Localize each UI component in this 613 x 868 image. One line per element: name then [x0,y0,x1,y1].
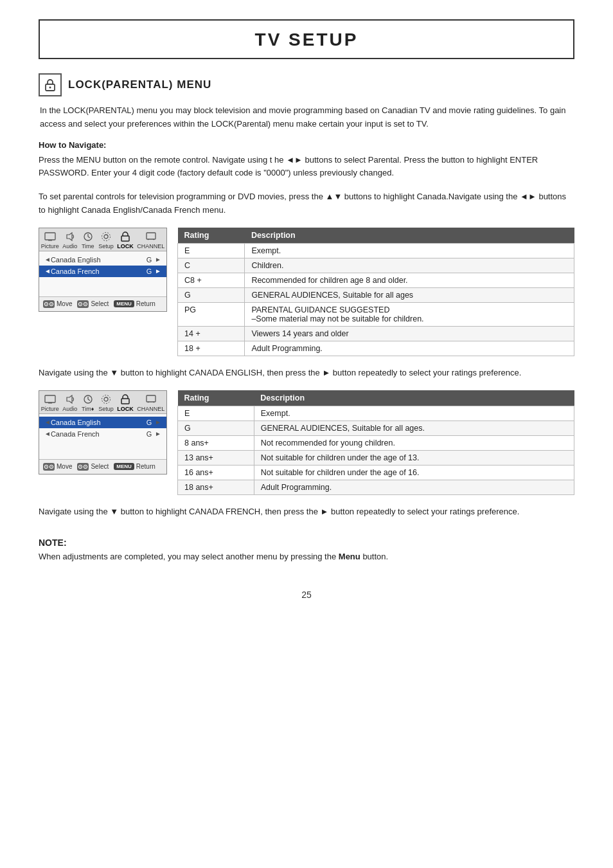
svg-rect-3 [48,240,52,241]
intro-text: In the LOCK(PARENTAL) menu you may block… [39,104,574,131]
footer-return-1: MENU Return [114,300,155,307]
tv-menu-footer-2: ⊙⊙ Move ⊙⊙ Select MENU Return [39,459,166,474]
footer-select-1: ⊙⊙ Select [77,300,109,308]
icon2-setup: Setup [98,393,114,412]
note-section: NOTE: When adjustments are completed, yo… [39,538,574,564]
page: TV SETUP LOCK(PARENTAL) MENU In the LOCK… [0,0,613,868]
svg-point-20 [104,397,108,401]
footer-move-2: ⊙⊙ Move [43,463,72,471]
svg-rect-14 [45,395,55,402]
table2-cell-description: Adult Programming. [254,480,574,494]
menu2-row-canada-english: ◄ Canada English G ► [39,417,166,428]
table1-header-rating: Rating [178,228,245,244]
tv-menu-rows-2: ◄ Canada English G ► ◄ Canada French G ► [39,414,166,440]
table2-cell-description: Exempt. [254,406,574,420]
lock-icon-box [39,73,62,96]
table2-cell-rating: 18 ans+ [178,480,254,494]
table2-cell-rating: G [178,420,254,435]
table1-cell-description: GENERAL AUDIENCES, Suitable for all ages [245,287,574,302]
svg-rect-23 [147,395,155,402]
icon2-time: Tim♦ [81,393,95,412]
tv-menu-2: Picture Audio Tim♦ [39,390,167,475]
icon-channel: CHANNEL [137,231,164,249]
icon2-lock: LOCK [117,393,134,412]
table2-cell-rating: E [178,406,254,420]
rating-table-2: Rating Description EExempt.GGENERAL AUDI… [177,390,574,495]
section-title: LOCK(PARENTAL) MENU [68,78,211,91]
table2-header-description: Description [254,390,574,406]
navigate-text-2: Navigate using the ▼ button to highlight… [39,505,574,519]
table1-cell-rating: PG [178,302,245,326]
table1-cell-rating: 18 + [178,341,245,356]
page-title: TV SETUP [255,30,359,50]
icon2-audio: Audio [62,393,77,412]
icon-picture: Picture [41,231,59,249]
icon-lock: LOCK [117,231,134,249]
icon2-picture: Picture [41,393,59,412]
page-number: 25 [39,590,574,600]
table1-cell-rating: 14 + [178,326,245,341]
svg-line-19 [88,399,90,401]
nav-text1: Press the MENU button on the remote cont… [39,154,574,181]
rating-table-1: Rating Description EExempt.CChildren.C8 … [177,228,574,356]
icon-time: Time [81,231,95,249]
table1-cell-description: Recommended for children age 8 and older… [245,273,574,287]
svg-rect-2 [45,233,55,240]
tv-menu-icons-1: Picture Audio Time [39,228,166,251]
table2-cell-rating: 8 ans+ [178,435,254,450]
table2-header-rating: Rating [178,390,254,406]
footer-select-2: ⊙⊙ Select [77,463,109,471]
svg-point-1 [49,87,51,89]
icon-setup: Setup [98,231,114,249]
table2-cell-description: GENERAL AUDIENCES, Suitable for all ages… [254,420,574,435]
content-row-1: Picture Audio Time [39,228,574,356]
icon-audio: Audio [62,231,77,249]
svg-rect-11 [147,233,155,239]
navigate-text-1: Navigate using the ▼ button to highlight… [39,366,574,380]
table1-cell-rating: C [178,258,245,273]
footer-return-2: MENU Return [114,463,155,470]
svg-marker-16 [67,395,72,403]
svg-rect-15 [48,402,52,404]
table1-cell-description: PARENTAL GUIDANCE SUGGESTED –Some materi… [245,302,574,326]
note-title: NOTE: [39,538,574,548]
icon2-channel: CHANNEL [137,393,164,412]
menu1-row-canada-french: ◄ Canada French G ► [39,266,166,277]
table1-cell-description: Viewers 14 years and older [245,326,574,341]
menu2-row-canada-french: ◄ Canada French G ► [39,428,166,440]
svg-point-21 [102,395,111,403]
table2-cell-rating: 16 ans+ [178,465,254,480]
svg-rect-10 [121,236,129,241]
table1-cell-rating: C8 + [178,273,245,287]
menu1-row-canada-english: ◄ Canada English G ► [39,254,166,266]
footer-move-1: ⊙⊙ Move [43,300,72,308]
svg-rect-22 [121,399,129,404]
tv-menu-rows-1: ◄ Canada English G ► ◄ Canada French G ► [39,251,166,277]
table1-cell-description: Adult Programming. [245,341,574,356]
table1-cell-rating: E [178,243,245,258]
table2-cell-description: Not suitable for children under the age … [254,465,574,480]
svg-line-7 [88,237,90,238]
content-row-2: Picture Audio Tim♦ [39,390,574,495]
table2-cell-rating: 13 ans+ [178,450,254,465]
section-header: LOCK(PARENTAL) MENU [39,73,574,96]
table2-cell-description: Not recommended for young children. [254,435,574,450]
table1-cell-description: Exempt. [245,243,574,258]
tv-menu-footer-1: ⊙⊙ Move ⊙⊙ Select MENU Return [39,296,166,311]
table1-cell-rating: G [178,287,245,302]
table1-header-description: Description [245,228,574,244]
tv-menu-icons-2: Picture Audio Tim♦ [39,391,166,414]
note-text: When adjustments are completed, you may … [39,550,574,564]
lock-icon [43,78,57,92]
svg-point-8 [104,235,108,239]
nav-text2: To set parental controls for television … [39,190,574,217]
table1-cell-description: Children. [245,258,574,273]
tv-menu-1: Picture Audio Time [39,228,167,312]
how-to-nav-label: How to Navigate: [39,140,574,150]
svg-marker-4 [67,233,72,240]
table2-cell-description: Not suitable for children under the age … [254,450,574,465]
page-title-box: TV SETUP [39,19,574,59]
svg-point-9 [102,232,111,240]
